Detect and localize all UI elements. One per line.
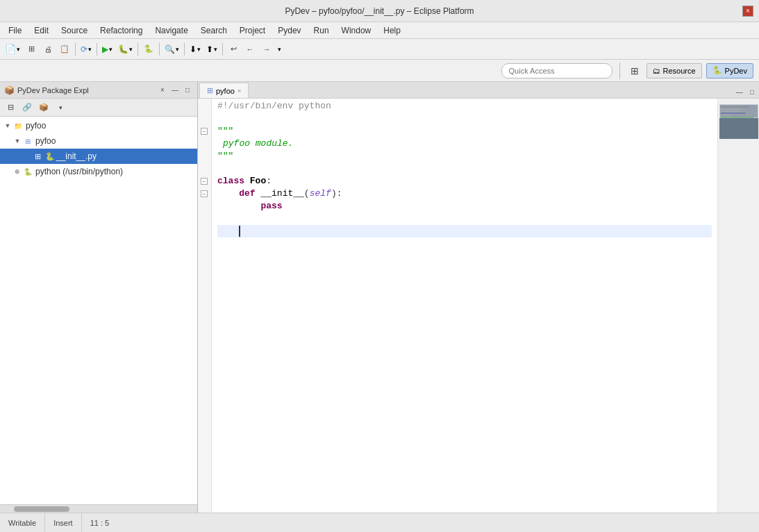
- menu-edit[interactable]: Edit: [28, 24, 54, 37]
- gutter-line-11: [198, 225, 211, 238]
- tree-item-package[interactable]: ▼ ⊞ pyfoo: [0, 133, 197, 149]
- properties-icon: 📋: [60, 44, 69, 53]
- debug-button[interactable]: 🐛 ▾: [116, 42, 135, 57]
- editor-gutter: − − −: [198, 99, 212, 513]
- forward-button[interactable]: →: [259, 42, 274, 57]
- toolbar2: ⊞ 🗂 Resource 🐍 PyDev: [0, 60, 759, 82]
- close-panel-button[interactable]: ×: [157, 85, 168, 95]
- collapse-docstring[interactable]: −: [201, 128, 208, 135]
- collapse-all-button[interactable]: ⊟: [3, 100, 18, 115]
- separator-2: [97, 43, 97, 56]
- print-button[interactable]: 🖨: [40, 42, 56, 57]
- run-button[interactable]: ▶ ▾: [100, 42, 115, 57]
- collapse-def[interactable]: −: [201, 190, 208, 197]
- package-view-button[interactable]: 📦: [36, 100, 51, 115]
- new-button[interactable]: 📄 ▾: [3, 42, 22, 57]
- status-bar: Writable Insert 11 : 5: [0, 513, 759, 532]
- menu-refactoring[interactable]: Refactoring: [94, 24, 148, 37]
- perspective-separator: [619, 63, 620, 79]
- prev-dropdown-arrow: ▾: [197, 46, 201, 53]
- code-line-7: class Foo:: [217, 175, 712, 188]
- project-label: pyfoo: [26, 121, 46, 131]
- quick-access-input[interactable]: [501, 63, 612, 78]
- maximize-panel-button[interactable]: □: [182, 85, 193, 95]
- menu-navigate[interactable]: Navigate: [149, 24, 193, 37]
- code-keyword-def: def: [239, 188, 260, 200]
- scrollbar-thumb[interactable]: [14, 506, 69, 512]
- menu-pydev[interactable]: Pydev: [272, 24, 306, 37]
- resource-perspective-button[interactable]: 🗂 Resource: [647, 63, 702, 78]
- code-line-3: """: [217, 125, 712, 138]
- menu-project[interactable]: Project: [234, 24, 271, 37]
- menu-run[interactable]: Run: [308, 24, 335, 37]
- debug-icon: 🐛: [118, 44, 128, 54]
- search-dropdown-arrow: ▾: [176, 46, 179, 53]
- prev-button[interactable]: ⬇ ▾: [187, 42, 203, 57]
- init-icon: 🐍: [45, 152, 55, 161]
- editor-tab-bar: ⊞ pyfoo × — □: [198, 82, 759, 99]
- save-all-button[interactable]: ⊞: [24, 42, 39, 57]
- gutter-line-8: −: [198, 188, 211, 200]
- forward-icon: →: [263, 45, 271, 53]
- python-label: python (/usr/bin/python): [35, 167, 123, 176]
- open-perspective-icon: ⊞: [631, 65, 639, 76]
- status-writable: Writable: [0, 513, 45, 532]
- tree-item-init[interactable]: ⊞ 🐍 __init__.py: [0, 149, 197, 164]
- tree-item-project[interactable]: ▼ 📁 pyfoo: [0, 118, 197, 133]
- code-line-11[interactable]: [217, 225, 712, 238]
- back-button[interactable]: ↩: [226, 42, 241, 57]
- pydev-perspective-button[interactable]: 🐍 PyDev: [706, 63, 753, 78]
- properties-button[interactable]: 📋: [57, 42, 72, 57]
- save-all-icon: ⊞: [28, 44, 35, 53]
- print-icon: 🖨: [44, 45, 52, 53]
- link-editor-button[interactable]: 🔗: [19, 100, 35, 115]
- minimize-panel-button[interactable]: —: [169, 85, 181, 95]
- minimap-content: [719, 104, 758, 139]
- expand-project: ▼: [3, 121, 12, 131]
- status-insert-text: Insert: [53, 519, 73, 527]
- tree-item-python[interactable]: ⊕ 🐍 python (/usr/bin/python): [0, 164, 197, 179]
- left-panel: 📦 PyDev Package Expl × — □ ⊟ 🔗 📦 ▾: [0, 82, 198, 513]
- editor-maximize-button[interactable]: □: [747, 87, 758, 97]
- nav-dropdown[interactable]: ▾: [276, 42, 283, 57]
- search-button[interactable]: 🔍 ▾: [162, 42, 181, 57]
- next-button[interactable]: ⬆ ▾: [204, 42, 219, 57]
- gutter-line-5: [198, 150, 211, 163]
- close-button[interactable]: ×: [742, 6, 753, 17]
- main-area: 📦 PyDev Package Expl × — □ ⊟ 🔗 📦 ▾: [0, 82, 759, 513]
- code-line-10: [217, 213, 712, 225]
- backward-button[interactable]: ←: [242, 42, 258, 57]
- tree-area: ▼ 📁 pyfoo ▼ ⊞ pyfoo ⊞ 🐍 __init__.py ⊕ 🐍: [0, 117, 197, 504]
- code-line-4: pyfoo module.: [217, 138, 712, 150]
- editor-minimize-button[interactable]: —: [734, 87, 745, 97]
- refresh-dropdown-arrow: ▾: [88, 46, 92, 53]
- prev-icon: ⬇: [190, 44, 197, 54]
- panel-title: 📦 PyDev Package Expl: [4, 85, 89, 95]
- view-menu-button[interactable]: ▾: [53, 100, 68, 115]
- code-param-self: self: [310, 188, 331, 200]
- resource-label: Resource: [663, 67, 696, 75]
- menu-search[interactable]: Search: [195, 24, 233, 37]
- editor-tab-close-icon[interactable]: ×: [237, 88, 241, 94]
- view-menu-icon: ▾: [59, 104, 62, 111]
- title-bar: PyDev – pyfoo/pyfoo/__init__.py – Eclips…: [0, 0, 759, 22]
- collapse-class[interactable]: −: [201, 178, 208, 185]
- menu-file[interactable]: File: [3, 24, 27, 37]
- menu-help[interactable]: Help: [378, 24, 406, 37]
- menu-source[interactable]: Source: [56, 24, 93, 37]
- python-icon: 🐍: [144, 44, 153, 53]
- panel-scrollbar[interactable]: [0, 504, 197, 513]
- pydev-label: PyDev: [725, 67, 747, 75]
- code-comment-1: #!/usr/bin/env python: [217, 100, 331, 113]
- next-dropdown-arrow: ▾: [214, 46, 217, 53]
- editor-tab-pyfoo[interactable]: ⊞ pyfoo ×: [199, 83, 249, 98]
- code-line-8: def __init__(self):: [217, 188, 712, 200]
- gutter-line-2: [198, 113, 211, 125]
- open-perspective-button[interactable]: ⊞: [627, 63, 642, 78]
- menu-window[interactable]: Window: [336, 24, 377, 37]
- refresh-button[interactable]: ⟳ ▾: [78, 42, 94, 57]
- editor-content[interactable]: #!/usr/bin/env python """ pyfoo module. …: [212, 99, 717, 513]
- python-btn[interactable]: 🐍: [141, 42, 156, 57]
- cursor-caret: [239, 226, 240, 237]
- separator-3: [137, 43, 138, 56]
